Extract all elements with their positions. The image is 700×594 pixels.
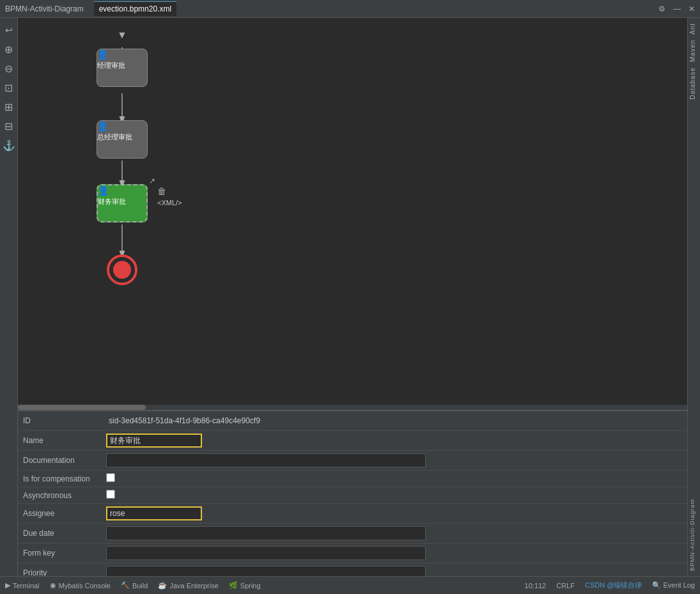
prop-value-compensation <box>101 471 687 487</box>
task-label-2: 总经理审批 <box>97 132 147 142</box>
title-bar: BPMN-Activiti-Diagram evection.bpmn20.xm… <box>0 0 700 18</box>
title-bar-icons: ⚙ — ✕ <box>658 4 695 13</box>
task-node-1[interactable]: 👤 经理审批 <box>97 49 148 87</box>
prop-value-name <box>101 431 687 451</box>
task-label-3: 财务审批 <box>98 197 146 207</box>
prop-label-priority: Priority <box>18 563 101 577</box>
right-panel-maven[interactable]: Maven <box>688 37 700 65</box>
user-icon-1: 👤 <box>97 49 147 59</box>
file-tab[interactable]: evection.bpmn20.xml <box>94 1 176 16</box>
mybatis-icon: ◉ <box>50 581 56 590</box>
prop-input-assignee[interactable] <box>106 506 202 520</box>
select-icon[interactable]: ⊞ <box>2 100 16 114</box>
delete-icon[interactable]: 🗑 <box>157 186 166 196</box>
expand-arrow-icon[interactable]: ↗ <box>149 176 155 185</box>
prop-label-documentation: Documentation <box>18 451 101 471</box>
prop-value-formkey <box>101 543 687 563</box>
properties-panel: ID Name Documentation <box>18 410 687 576</box>
prop-row-priority: Priority <box>18 563 687 577</box>
user-icon-3: 👤 <box>98 185 146 196</box>
prop-input-duedate[interactable] <box>106 526 426 540</box>
prop-row-formkey: Form key <box>18 543 687 563</box>
main-layout: ↩ ⊕ ⊖ ⊡ ⊞ ⊟ ⚓ <box>0 18 700 576</box>
prop-row-assignee: Assignee <box>18 504 687 524</box>
prop-checkbox-async[interactable] <box>106 490 115 499</box>
status-spring[interactable]: 🌿 Spring <box>229 581 261 590</box>
event-log[interactable]: 🔍 Event Log <box>652 581 695 590</box>
prop-row-name: Name <box>18 431 687 451</box>
settings-icon[interactable]: ⚙ <box>658 4 665 13</box>
end-node[interactable] <box>107 254 137 285</box>
event-log-label: Event Log <box>663 581 695 589</box>
app-title: BPMN-Activiti-Diagram <box>5 4 84 13</box>
prop-input-id[interactable] <box>106 414 413 428</box>
status-right: 10:112 CRLF CSDN @瑞镁自律 🔍 Event Log <box>525 581 695 590</box>
prop-row-documentation: Documentation <box>18 451 687 471</box>
grid-icon[interactable]: ⊟ <box>2 119 16 133</box>
prop-label-duedate: Due date <box>18 524 101 543</box>
right-panel-bpmn[interactable]: BPMN-Activiti-Diagram <box>688 496 700 574</box>
status-build[interactable]: 🔨 Build <box>121 581 148 590</box>
close-icon[interactable]: ✕ <box>688 4 695 13</box>
build-icon: 🔨 <box>121 581 130 590</box>
fit-icon[interactable]: ⊡ <box>2 81 16 95</box>
prop-input-documentation[interactable] <box>106 453 426 467</box>
spring-icon: 🌿 <box>229 581 238 590</box>
java-label: Java Enterprise <box>169 582 218 590</box>
prop-checkbox-compensation[interactable] <box>106 473 115 482</box>
status-mybatis[interactable]: ◉ Mybatis Console <box>50 581 111 590</box>
prop-value-duedate <box>101 524 687 543</box>
prop-row-duedate: Due date <box>18 524 687 543</box>
properties-table: ID Name Documentation <box>18 411 687 576</box>
java-icon: ☕ <box>158 581 167 590</box>
status-java[interactable]: ☕ Java Enterprise <box>158 581 218 590</box>
prop-input-formkey[interactable] <box>106 546 426 560</box>
build-label: Build <box>132 582 148 590</box>
user-icon-2: 👤 <box>97 121 147 131</box>
hand-icon[interactable]: ⚓ <box>2 138 16 152</box>
mybatis-label: Mybatis Console <box>59 582 111 590</box>
task-node-3[interactable]: 👤 财务审批 <box>97 184 148 223</box>
brand-label: CSDN @瑞镁自律 <box>585 581 642 590</box>
prop-value-priority <box>101 563 687 577</box>
prop-value-documentation <box>101 451 687 471</box>
zoom-in-icon[interactable]: ⊕ <box>2 42 16 56</box>
prop-row-async: Asynchronous <box>18 487 687 504</box>
undo-icon[interactable]: ↩ <box>2 23 16 37</box>
xml-label: <XML/> <box>157 199 182 207</box>
prop-label-formkey: Form key <box>18 543 101 563</box>
right-panel-ant[interactable]: Ant <box>688 20 700 37</box>
minimize-icon[interactable]: — <box>673 4 681 13</box>
cursor-position: 10:112 <box>525 582 547 590</box>
status-terminal[interactable]: ▶ Terminal <box>5 581 40 590</box>
task-label-1: 经理审批 <box>97 61 147 70</box>
prop-value-id <box>101 411 687 431</box>
line-ending[interactable]: CRLF <box>556 582 575 590</box>
task-node-2[interactable]: 👤 总经理审批 <box>97 120 148 159</box>
canvas-area[interactable]: ▼ 👤 经理审批 👤 总经理审批 👤 财务审批 ↗ 🗑 <XML/> <box>18 18 687 410</box>
right-side-panel: Ant Maven Database BPMN-Activiti-Diagram <box>687 18 700 576</box>
prop-label-name: Name <box>18 431 101 451</box>
prop-label-async: Asynchronous <box>18 487 101 504</box>
zoom-out-icon[interactable]: ⊖ <box>2 61 16 75</box>
end-inner <box>113 261 131 279</box>
right-panel-database[interactable]: Database <box>688 65 700 102</box>
prop-row-compensation: Is for compensation <box>18 471 687 487</box>
canvas-horizontal-scrollbar[interactable] <box>18 405 687 410</box>
prop-label-id: ID <box>18 411 101 431</box>
prop-value-assignee <box>101 504 687 524</box>
prop-label-compensation: Is for compensation <box>18 471 101 487</box>
prop-input-name[interactable] <box>106 434 202 448</box>
status-bar: ▶ Terminal ◉ Mybatis Console 🔨 Build ☕ J… <box>0 576 700 594</box>
start-arrow: ▼ <box>117 29 127 41</box>
prop-label-assignee: Assignee <box>18 504 101 524</box>
terminal-icon: ▶ <box>5 581 10 590</box>
prop-row-id: ID <box>18 411 687 431</box>
prop-input-priority[interactable] <box>106 566 426 576</box>
terminal-label: Terminal <box>13 582 40 590</box>
prop-value-async <box>101 487 687 504</box>
spring-label: Spring <box>240 582 261 590</box>
scrollbar-thumb[interactable] <box>18 405 146 410</box>
left-toolbar: ↩ ⊕ ⊖ ⊡ ⊞ ⊟ ⚓ <box>0 18 18 576</box>
search-icon: 🔍 <box>652 581 661 589</box>
